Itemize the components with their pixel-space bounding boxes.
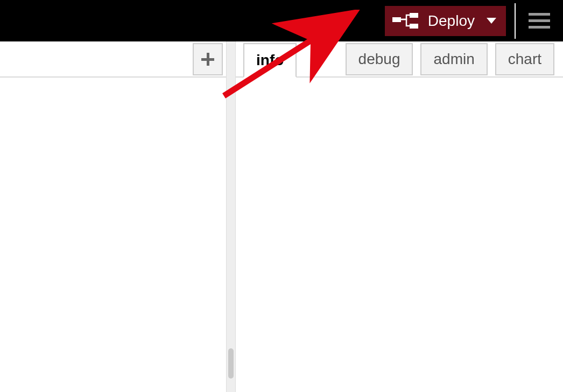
add-flow-tab-button[interactable] (193, 43, 223, 75)
plus-icon (201, 53, 214, 66)
deploy-button-label: Deploy (428, 12, 475, 30)
tab-label: admin (433, 51, 474, 68)
tab-group-right: debug admin chart (346, 43, 563, 75)
svg-rect-4 (529, 19, 550, 22)
svg-rect-0 (392, 17, 401, 22)
tab-info[interactable]: info (243, 43, 297, 78)
main-menu-button[interactable] (516, 0, 563, 41)
deploy-button[interactable]: Deploy (385, 6, 506, 36)
tab-label: info (256, 52, 284, 69)
scrollbar-thumb[interactable] (228, 348, 234, 379)
svg-rect-5 (529, 26, 550, 29)
tab-chart[interactable]: chart (495, 43, 554, 75)
svg-rect-3 (529, 13, 550, 16)
tab-label: chart (508, 51, 541, 68)
tab-debug[interactable]: debug (346, 43, 413, 75)
sidebar-tab-bar: info debug admin chart (236, 41, 563, 78)
content-area: info debug admin chart (0, 41, 563, 392)
tab-admin[interactable]: admin (420, 43, 487, 75)
chevron-down-icon (487, 18, 496, 24)
workspace-tabs-bar (0, 41, 226, 78)
deploy-nodes-icon (392, 13, 418, 29)
svg-rect-7 (201, 58, 214, 61)
app-header: Deploy (0, 0, 563, 41)
svg-rect-1 (410, 13, 418, 18)
tab-label: debug (358, 51, 400, 68)
svg-rect-2 (410, 24, 418, 29)
split-divider[interactable] (226, 41, 236, 392)
sidebar-panel: info debug admin chart (236, 41, 563, 392)
hamburger-icon (529, 13, 550, 29)
